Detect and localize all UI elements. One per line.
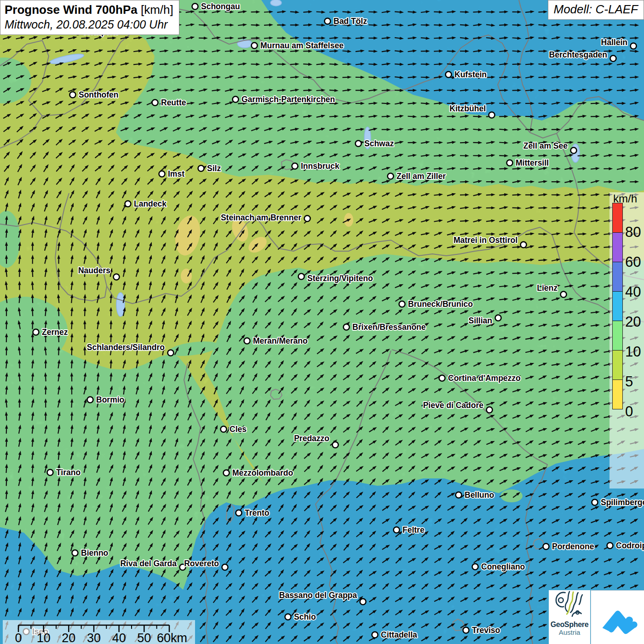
geosphere-name: GeoSphere: [549, 621, 590, 628]
city-marker: [399, 301, 405, 307]
city-label: Matrei in Osttirol: [454, 236, 518, 245]
city-label: Lienz: [537, 283, 558, 293]
legend-segment: [612, 321, 623, 351]
city-marker: [221, 426, 227, 432]
city-marker: [87, 397, 93, 403]
city-marker: [285, 614, 291, 620]
legend-value-label: 5: [625, 374, 633, 390]
wind-speed-legend: km/h 806040201050: [610, 192, 644, 489]
city-label: Hallein: [601, 38, 627, 47]
city-label: Conegliano: [481, 562, 525, 571]
city-marker: [70, 92, 76, 98]
city-marker: [344, 324, 350, 330]
city-marker: [292, 163, 298, 169]
city-label: Schongau: [201, 2, 240, 11]
weather-map: SchongauBad TölzKemptenMurnau am Staffel…: [0, 0, 644, 644]
legend-segment: [612, 203, 623, 233]
city-label: Riva del Garda: [120, 559, 177, 568]
city-marker: [236, 510, 242, 516]
city-label: Bruneck/Brunico: [408, 299, 473, 309]
city-marker: [388, 173, 394, 179]
city-label: Landeck: [134, 199, 167, 208]
city-label: Pieve di Cadore: [423, 401, 484, 410]
legend-value-label: 60: [625, 254, 641, 270]
city-marker: [571, 148, 577, 154]
city-label: Mittersill: [516, 158, 549, 167]
city-marker: [561, 292, 567, 298]
city-marker: [125, 201, 131, 207]
city-marker: [495, 315, 501, 321]
city-marker: [325, 18, 331, 24]
city-label: Reutte: [161, 98, 186, 107]
city-label: Cles: [230, 425, 247, 434]
city-marker: [114, 274, 120, 280]
city-label: Cittadella: [381, 630, 417, 639]
legend-value-label: 20: [625, 314, 641, 330]
legend-value-label: 10: [625, 344, 641, 360]
city-marker: [299, 274, 305, 280]
city-label: Schwaz: [364, 139, 394, 148]
city-marker: [456, 492, 462, 498]
city-label: Bormio: [96, 395, 124, 404]
city-marker: [489, 112, 495, 118]
city-label: Schio: [294, 612, 316, 621]
city-label: Bienno: [81, 548, 108, 558]
city-marker: [610, 56, 616, 62]
city-marker: [198, 166, 204, 172]
city-label: Sillian: [468, 316, 492, 325]
city-marker: [356, 141, 362, 147]
distance-scalebar: 0102030405060km: [3, 620, 195, 644]
city-marker: [222, 564, 228, 570]
city-label: Zernez: [42, 328, 68, 337]
geosphere-contour-icon: [553, 590, 586, 619]
legend-segment: [612, 380, 623, 409]
city-label: Steinach am Brenner: [221, 213, 301, 222]
city-label: Treviso: [472, 626, 500, 635]
legend-segment: [612, 262, 623, 292]
city-marker: [252, 43, 258, 49]
city-marker: [543, 544, 549, 550]
city-marker: [47, 470, 53, 476]
legend-value-label: 0: [625, 403, 633, 420]
city-label: Mezzolombardo: [232, 468, 293, 477]
city-marker: [446, 72, 452, 78]
city-marker: [168, 350, 174, 356]
city-marker: [360, 599, 366, 605]
city-label: Trento: [245, 508, 269, 518]
city-marker: [305, 216, 310, 222]
city-label: Zell am Ziller: [397, 172, 446, 181]
city-label: Belluno: [465, 490, 494, 500]
model-label: Modell: C-LAEF: [548, 0, 644, 20]
legend-colorbar: [612, 203, 623, 409]
geosphere-logo: GeoSphere Austria: [549, 590, 590, 644]
city-label: Sterzing/Vipiteno: [307, 274, 373, 283]
city-marker: [439, 375, 445, 381]
city-marker: [507, 160, 513, 166]
city-label: Predazzo: [294, 434, 329, 443]
city-label: Murnau am Staffelsee: [260, 41, 344, 50]
title-box: Prognose Wind 700hPa [km/h] Mittwoch, 20…: [0, 0, 179, 35]
city-label: Imst: [168, 169, 184, 178]
page-title: Prognose Wind 700hPa [km/h]: [5, 3, 173, 17]
city-marker: [33, 329, 39, 335]
legend-segment: [612, 232, 623, 262]
city-marker: [394, 527, 400, 533]
city-label: Pordenone: [552, 542, 594, 551]
scalebar-label: 0: [15, 631, 22, 644]
city-marker: [372, 632, 378, 638]
city-marker: [487, 407, 493, 413]
city-label: Feltre: [402, 525, 425, 535]
city-label: Berchtesgaden: [549, 50, 607, 59]
wind-forecast-map-stage: SchongauBad TölzKemptenMurnau am Staffel…: [0, 0, 644, 644]
city-marker: [521, 242, 527, 248]
city-label: Bassano del Grappa: [279, 591, 357, 600]
city-label: Meran/Merano: [253, 336, 308, 345]
forecast-timestamp: Mittwoch, 20.08.2025 04:00 Uhr: [5, 18, 173, 31]
legend-value-label: 80: [625, 224, 641, 241]
city-label: Tirano: [56, 468, 80, 477]
city-label: Nauders: [78, 266, 110, 275]
city-label: Schlanders/Silandro: [87, 343, 165, 352]
city-label: Brixen/Bressanone: [352, 322, 426, 332]
city-marker: [72, 550, 78, 556]
legend-segment: [612, 291, 623, 321]
